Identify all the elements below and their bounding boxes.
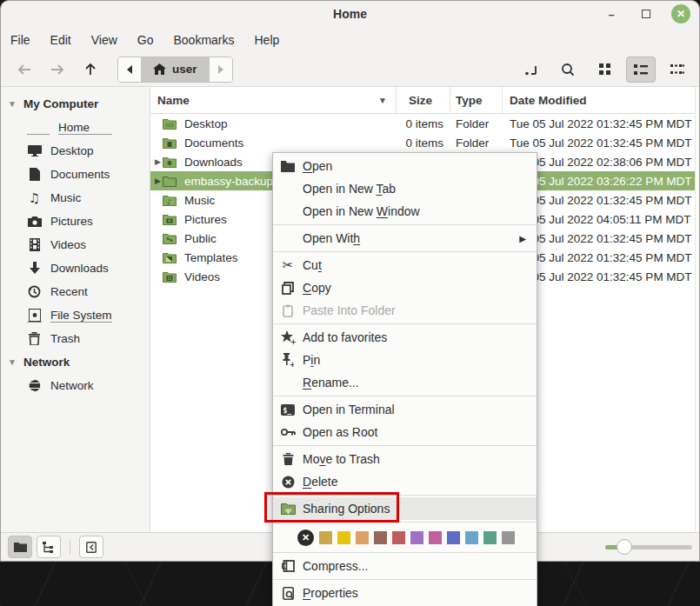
menu-item-open-with[interactable]: Open With ▶ bbox=[273, 227, 537, 250]
scissors-icon: ✂ bbox=[280, 258, 296, 273]
breadcrumb-label: user bbox=[172, 63, 197, 76]
sidebar-section-my-computer[interactable]: ▼ My Computer bbox=[1, 92, 150, 116]
breadcrumb-right-chevron[interactable] bbox=[210, 57, 232, 82]
compress-icon bbox=[280, 559, 296, 574]
key-icon bbox=[280, 425, 296, 440]
location-entry-icon bbox=[524, 63, 538, 77]
zoom-slider[interactable] bbox=[605, 538, 692, 556]
menu-item-open-in-new-window[interactable]: Open in New Window bbox=[273, 200, 537, 223]
sidebar-item-desktop[interactable]: Desktop bbox=[1, 139, 150, 163]
color-swatch[interactable] bbox=[447, 531, 460, 544]
menu-view[interactable]: View bbox=[85, 30, 123, 50]
sidebar-item-file-system[interactable]: File System bbox=[1, 303, 150, 327]
sidebar-section-network[interactable]: ▼ Network bbox=[1, 350, 150, 374]
hide-sidebar-button[interactable] bbox=[79, 536, 103, 558]
menu-item-open-in-new-tab[interactable]: Open in New Tab bbox=[273, 177, 537, 200]
menu-item-copy[interactable]: Copy bbox=[273, 276, 537, 299]
row-expander-icon[interactable]: ▶ bbox=[150, 176, 163, 185]
color-swatch[interactable] bbox=[356, 531, 369, 544]
menu-go[interactable]: Go bbox=[131, 30, 160, 50]
expander-triangle-icon[interactable]: ▼ bbox=[8, 357, 17, 367]
color-swatch[interactable] bbox=[502, 531, 515, 544]
forward-button[interactable] bbox=[41, 57, 74, 82]
menu-item-open[interactable]: Open bbox=[273, 155, 537, 177]
color-swatch[interactable] bbox=[429, 531, 442, 544]
breadcrumb-left-chevron[interactable] bbox=[118, 57, 141, 82]
column-header-size[interactable]: Size bbox=[397, 87, 450, 113]
file-row-documents[interactable]: Documents 0 items Folder Tue 05 Jul 2022… bbox=[150, 133, 699, 152]
scrollbar-track[interactable] bbox=[695, 87, 699, 532]
menu-item-open-in-terminal[interactable]: $_ Open in Terminal bbox=[273, 398, 537, 421]
column-header-type[interactable]: Type bbox=[450, 87, 503, 113]
clipboard-icon bbox=[280, 303, 296, 318]
compact-view-icon bbox=[670, 63, 684, 76]
menu-item-cut[interactable]: ✂ Cut bbox=[273, 254, 537, 276]
toggle-location-entry-button[interactable] bbox=[517, 57, 546, 83]
delete-circle-icon bbox=[280, 475, 296, 489]
color-swatch[interactable] bbox=[374, 531, 387, 544]
clear-color-icon[interactable]: ✕ bbox=[297, 529, 314, 546]
sidebar-item-pictures[interactable]: Pictures bbox=[1, 210, 150, 233]
menu-separator bbox=[273, 323, 537, 324]
titlebar[interactable]: Home – ✕ bbox=[1, 1, 699, 27]
menu-item-pin[interactable]: + Pin bbox=[273, 349, 537, 371]
sidebar-item-downloads[interactable]: Downloads bbox=[1, 256, 150, 280]
menu-bookmarks[interactable]: Bookmarks bbox=[167, 30, 240, 50]
icon-view-button[interactable] bbox=[590, 57, 619, 83]
zoom-slider-knob[interactable] bbox=[617, 539, 632, 555]
folder-icon bbox=[163, 233, 180, 244]
toolbar: user bbox=[1, 52, 699, 86]
copy-icon bbox=[280, 281, 296, 296]
pin-plus-icon: + bbox=[280, 353, 296, 368]
minimize-button[interactable]: – bbox=[602, 4, 621, 23]
svg-text:+: + bbox=[290, 361, 294, 368]
color-swatch[interactable] bbox=[392, 531, 405, 544]
list-view-button[interactable] bbox=[626, 57, 656, 83]
list-view-icon bbox=[634, 63, 648, 76]
menu-item-add-to-favorites[interactable]: + Add to favorites bbox=[273, 326, 537, 349]
show-places-button[interactable] bbox=[8, 536, 32, 558]
close-button[interactable]: ✕ bbox=[671, 4, 690, 23]
open-folder-icon bbox=[280, 159, 296, 174]
sidebar-item-documents[interactable]: Documents bbox=[1, 163, 150, 186]
menu-separator bbox=[273, 552, 537, 553]
color-swatch[interactable] bbox=[337, 531, 350, 544]
color-swatch[interactable] bbox=[410, 531, 423, 544]
menu-item-move-to-trash[interactable]: Move to Trash bbox=[273, 448, 537, 470]
menu-item-properties[interactable]: Properties bbox=[273, 582, 537, 604]
color-swatch[interactable] bbox=[465, 531, 478, 544]
breadcrumb-current[interactable]: user bbox=[141, 57, 210, 82]
menu-help[interactable]: Help bbox=[249, 30, 286, 50]
sidebar-item-network[interactable]: Network bbox=[1, 374, 150, 397]
folder-icon bbox=[163, 137, 180, 149]
menu-item-rename[interactable]: Rename... bbox=[273, 371, 537, 394]
file-row-desktop[interactable]: Desktop 0 items Folder Tue 05 Jul 2022 0… bbox=[150, 114, 699, 133]
sidebar-item-videos[interactable]: Videos bbox=[1, 233, 150, 256]
menu-item-delete[interactable]: Delete bbox=[273, 470, 537, 493]
show-treeview-button[interactable] bbox=[37, 536, 61, 558]
column-header-name[interactable]: Name ▼ bbox=[150, 87, 397, 113]
sidebar-item-music[interactable]: ♫ Music bbox=[1, 186, 150, 210]
menu-item-compress[interactable]: Compress... bbox=[273, 555, 537, 577]
menu-file[interactable]: File bbox=[4, 30, 37, 50]
menu-edit[interactable]: Edit bbox=[44, 30, 77, 50]
expander-triangle-icon[interactable]: ▼ bbox=[8, 99, 17, 109]
compact-view-button[interactable] bbox=[663, 57, 692, 83]
up-button[interactable] bbox=[74, 57, 107, 82]
sidebar-item-recent[interactable]: Recent bbox=[1, 280, 150, 303]
list-header: Name ▼ Size Type Date Modified bbox=[150, 87, 699, 114]
window-title: Home bbox=[1, 7, 699, 21]
search-button[interactable] bbox=[553, 57, 583, 83]
svg-text:$_: $_ bbox=[283, 406, 292, 414]
download-arrow-icon bbox=[27, 261, 42, 276]
red-annotation-box bbox=[264, 492, 399, 523]
sidebar-item-trash[interactable]: Trash bbox=[1, 327, 150, 350]
back-button[interactable] bbox=[8, 57, 41, 82]
column-header-date[interactable]: Date Modified bbox=[503, 87, 699, 113]
sidebar-item-home[interactable]: Home bbox=[1, 116, 150, 139]
color-swatch[interactable] bbox=[319, 531, 332, 544]
row-expander-icon[interactable]: ▶ bbox=[150, 157, 163, 166]
color-swatch[interactable] bbox=[483, 531, 497, 544]
menu-item-open-as-root[interactable]: Open as Root bbox=[273, 421, 537, 443]
maximize-button[interactable] bbox=[637, 4, 656, 23]
